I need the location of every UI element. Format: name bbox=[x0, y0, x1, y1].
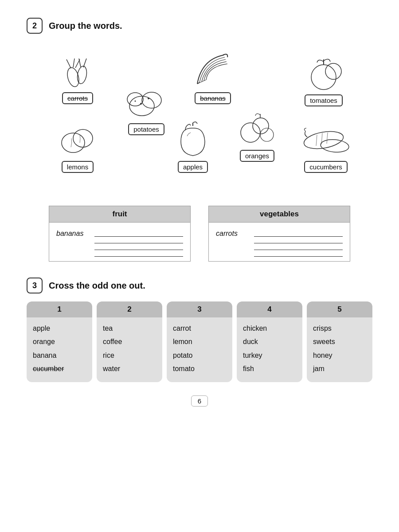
svg-point-15 bbox=[311, 65, 336, 90]
exercise2-title: Group the words. bbox=[49, 21, 122, 31]
exercise3-header: 3 Cross the odd one out. bbox=[27, 278, 372, 293]
svg-line-2 bbox=[66, 59, 71, 68]
exercise3-title: Cross the odd one out. bbox=[49, 281, 145, 291]
svg-point-26 bbox=[320, 138, 349, 153]
veg-line-2 bbox=[254, 243, 343, 243]
veg-line-3 bbox=[254, 250, 343, 250]
odd-word-2-4: water bbox=[103, 362, 156, 376]
odd-card-header-1: 1 bbox=[27, 301, 92, 317]
odd-word-1-4: cucumber bbox=[33, 362, 86, 376]
bananas-icon bbox=[188, 51, 237, 90]
fruit-row-2 bbox=[56, 239, 183, 245]
food-item-lemons: lemons bbox=[55, 121, 100, 173]
oranges-label: oranges bbox=[240, 150, 274, 162]
odd-card-2: 2teacoffeericewater bbox=[97, 301, 162, 382]
veg-line-1 bbox=[254, 236, 343, 237]
fruit-text-1: bananas bbox=[56, 230, 92, 238]
svg-point-19 bbox=[73, 129, 93, 147]
fruit-line-4 bbox=[94, 256, 183, 257]
cucumbers-icon bbox=[299, 121, 352, 159]
veg-row-3 bbox=[216, 245, 343, 252]
carrots-icon bbox=[58, 55, 98, 90]
fruit-line-1 bbox=[94, 236, 183, 237]
food-item-cucumbers: cucumbers bbox=[299, 121, 352, 173]
fruit-line-3 bbox=[94, 250, 183, 250]
svg-point-0 bbox=[66, 66, 81, 88]
odd-card-5: 5crispssweetshoneyjam bbox=[307, 301, 372, 382]
odd-card-header-3: 3 bbox=[167, 301, 232, 317]
odd-word-3-1: carrot bbox=[173, 322, 226, 335]
svg-line-6 bbox=[83, 59, 86, 67]
potatoes-icon bbox=[124, 82, 168, 121]
svg-point-16 bbox=[325, 63, 341, 79]
odd-word-5-4: jam bbox=[313, 362, 366, 376]
odd-card-header-5: 5 bbox=[307, 301, 372, 317]
odd-word-5-3: honey bbox=[313, 349, 366, 362]
vegetables-header: vegetables bbox=[208, 206, 350, 223]
svg-point-10 bbox=[140, 103, 142, 105]
svg-point-11 bbox=[148, 98, 149, 99]
odd-word-4-3: turkey bbox=[243, 349, 296, 362]
lemons-icon bbox=[55, 121, 100, 159]
svg-point-12 bbox=[135, 101, 136, 102]
veg-text-1: carrots bbox=[216, 230, 251, 238]
odd-word-4-1: chicken bbox=[243, 322, 296, 335]
odd-card-4: 4chickenduckturkeyfish bbox=[237, 301, 302, 382]
svg-point-22 bbox=[260, 128, 274, 141]
veg-row-2 bbox=[216, 239, 343, 245]
veg-line-4 bbox=[254, 256, 343, 257]
oranges-icon bbox=[235, 110, 279, 148]
fruit-line-2 bbox=[94, 243, 183, 243]
potatoes-label: potatoes bbox=[128, 123, 164, 135]
odd-word-2-2: coffee bbox=[103, 335, 156, 348]
odd-card-body-2: teacoffeericewater bbox=[97, 317, 162, 382]
svg-point-21 bbox=[253, 118, 269, 134]
cucumbers-label: cucumbers bbox=[304, 161, 347, 173]
food-item-potatoes: potatoes bbox=[124, 82, 168, 135]
food-area: carrots potatoes bbox=[27, 42, 372, 192]
vegetables-table: vegetables carrots bbox=[208, 206, 350, 262]
odd-word-3-4: tomato bbox=[173, 362, 226, 376]
bananas-label: bananas bbox=[195, 92, 231, 104]
svg-line-3 bbox=[73, 59, 74, 67]
odd-word-4-4: fish bbox=[243, 362, 296, 376]
odd-card-body-1: appleorangebananacucumber bbox=[27, 317, 92, 382]
food-item-carrots: carrots bbox=[58, 55, 98, 104]
fruit-row-1: bananas bbox=[56, 225, 183, 239]
odd-word-5-2: sweets bbox=[313, 335, 366, 348]
food-item-oranges: oranges bbox=[235, 110, 279, 162]
apples-icon bbox=[168, 119, 217, 159]
odd-word-2-1: tea bbox=[103, 322, 156, 335]
fruit-header: fruit bbox=[49, 206, 191, 223]
page-number-area: 6 bbox=[27, 395, 372, 407]
fruit-row-3 bbox=[56, 245, 183, 252]
odd-card-1: 1appleorangebananacucumber bbox=[27, 301, 92, 382]
odd-card-body-4: chickenduckturkeyfish bbox=[237, 317, 302, 382]
odd-card-header-4: 4 bbox=[237, 301, 302, 317]
odd-word-2-3: rice bbox=[103, 349, 156, 362]
apples-label: apples bbox=[178, 161, 208, 173]
fruit-rows: bananas bbox=[49, 223, 191, 262]
exercise2-number: 2 bbox=[27, 18, 43, 34]
page-number: 6 bbox=[191, 395, 208, 407]
odd-card-3: 3carrotlemonpotatotomato bbox=[167, 301, 232, 382]
fruit-row-4 bbox=[56, 252, 183, 258]
odd-word-3-2: lemon bbox=[173, 335, 226, 348]
svg-line-29 bbox=[327, 133, 328, 144]
page: 2 Group the words. carrots bbox=[0, 0, 399, 532]
lemons-label: lemons bbox=[62, 161, 94, 173]
carrots-label: carrots bbox=[62, 92, 93, 104]
odd-word-1-3: banana bbox=[33, 349, 86, 362]
odd-word-5-1: crisps bbox=[313, 322, 366, 335]
group-table-area: fruit bananas bbox=[27, 206, 372, 262]
food-item-bananas: bananas bbox=[188, 51, 237, 104]
exercise3-number: 3 bbox=[27, 278, 43, 293]
veg-row-1: carrots bbox=[216, 225, 343, 239]
odd-card-header-2: 2 bbox=[97, 301, 162, 317]
odd-word-4-2: duck bbox=[243, 335, 296, 348]
odd-word-3-3: potato bbox=[173, 349, 226, 362]
exercise2-header: 2 Group the words. bbox=[27, 18, 372, 34]
svg-line-14 bbox=[197, 80, 206, 84]
food-item-tomatoes: tomatoes bbox=[301, 53, 346, 106]
odd-word-1-2: orange bbox=[33, 335, 86, 348]
